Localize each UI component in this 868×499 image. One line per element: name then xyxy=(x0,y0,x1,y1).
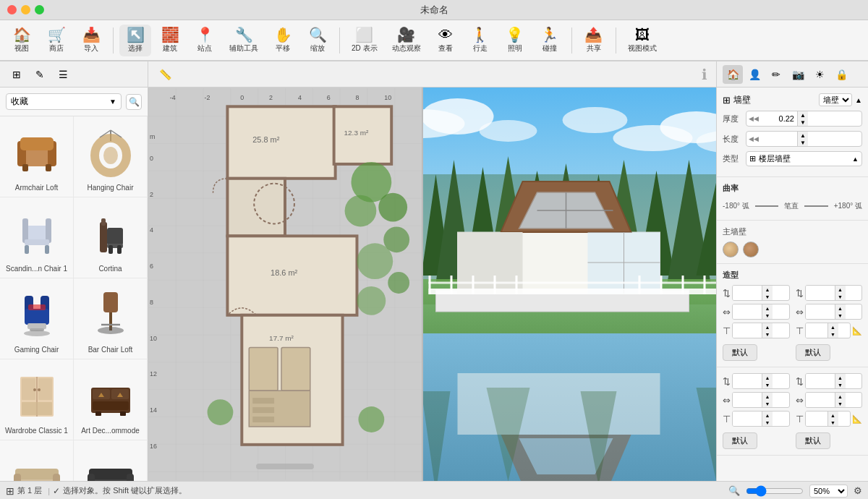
shape-down-br1-button[interactable]: ▼ xyxy=(835,381,846,388)
rp-camera-button[interactable]: 📷 xyxy=(788,65,808,84)
toolbar-share[interactable]: 📤 共享 xyxy=(578,25,610,56)
horizontal-scrollbar[interactable] xyxy=(256,464,314,469)
shape-up-b3-button[interactable]: ▲ xyxy=(762,411,773,419)
toolbar-zoom[interactable]: 🔍 缩放 xyxy=(302,25,333,56)
list-item[interactable]: Armchair Loft xyxy=(0,116,74,197)
shape-down-b3-button[interactable]: ▼ xyxy=(762,419,773,426)
list-item[interactable]: Bar Chair Loft xyxy=(74,278,148,359)
shape-up-3-button[interactable]: ▲ xyxy=(762,323,773,330)
shape-down-b2-button[interactable]: ▼ xyxy=(762,400,773,407)
toolbar-walk[interactable]: 🚶 行走 xyxy=(464,25,496,56)
color-swatch-2[interactable] xyxy=(743,242,759,257)
shape-input-r3[interactable] xyxy=(806,323,827,338)
shape-up-1-button[interactable]: ▲ xyxy=(762,286,773,293)
shape-input-1[interactable] xyxy=(733,286,762,300)
shape-down-3-button[interactable]: ▼ xyxy=(762,330,773,338)
toolbar-select[interactable]: ↖️ 选择 xyxy=(119,25,151,56)
shape-down-b1-button[interactable]: ▼ xyxy=(762,381,773,388)
list-item[interactable]: Cortina xyxy=(74,197,148,278)
shape-up-b2-button[interactable]: ▲ xyxy=(762,393,773,400)
shape-down-r2-button[interactable]: ▼ xyxy=(835,312,846,319)
toolbar-assist[interactable]: 🔧 辅助工具 xyxy=(224,25,264,56)
rp-home-button[interactable]: 🏠 xyxy=(723,65,743,84)
list-item[interactable]: Scandin...n Chair 1 xyxy=(0,197,74,278)
shape-input-r2[interactable] xyxy=(806,304,835,319)
rp-sun-button[interactable]: ☀ xyxy=(809,65,830,84)
close-button[interactable] xyxy=(7,5,17,14)
zoom-select[interactable]: 50% 100% 25% xyxy=(809,485,848,498)
toolbar-station[interactable]: 📍 站点 xyxy=(189,25,221,56)
list-item[interactable]: Sofa xyxy=(0,440,74,481)
shape-up-br2-button[interactable]: ▲ xyxy=(835,393,846,400)
toolbar-import[interactable]: 📥 导入 xyxy=(75,25,107,56)
shape-down-r1-button[interactable]: ▼ xyxy=(835,293,846,300)
3d-view-area[interactable] xyxy=(423,88,716,481)
shape-down-br3-button[interactable]: ▼ xyxy=(828,419,838,426)
shape-down-br2-button[interactable]: ▼ xyxy=(835,400,846,407)
shape-up-b1-button[interactable]: ▲ xyxy=(762,374,773,381)
statusbar-search-icon[interactable]: 🔍 xyxy=(728,485,740,496)
toolbar-look[interactable]: 👁 查看 xyxy=(430,25,461,56)
shape-up-r2-button[interactable]: ▲ xyxy=(835,304,846,312)
list-item[interactable]: Hanging Chair xyxy=(74,116,148,197)
toolbar-collide[interactable]: 🏃 碰撞 xyxy=(534,25,566,56)
zoom-slider[interactable] xyxy=(746,485,804,497)
rp-edit-button[interactable]: ✏ xyxy=(766,65,786,84)
floor-plan-area[interactable]: -4 -2 0 2 4 6 8 10 m 0 2 4 6 8 10 12 xyxy=(148,88,423,481)
shape-input-b3[interactable] xyxy=(733,411,762,426)
shape-input-3[interactable] xyxy=(733,323,762,338)
statusbar-settings-icon[interactable]: ⚙ xyxy=(854,485,862,496)
shape-up-br3-button[interactable]: ▲ xyxy=(828,411,838,419)
list-item[interactable]: Art Dec...ommode xyxy=(74,359,148,440)
svg-rect-145 xyxy=(639,276,641,294)
shape-input-b2[interactable] xyxy=(733,393,762,407)
default-button-left[interactable]: 默认 xyxy=(723,344,757,361)
rp-lock-button[interactable]: 🔒 xyxy=(831,65,851,84)
wall-type-select[interactable]: 墙壁 xyxy=(819,93,852,106)
toolbar-anim[interactable]: 🎥 动态观察 xyxy=(386,25,427,56)
thickness-down-button[interactable]: ▼ xyxy=(798,119,808,126)
shape-input-2[interactable] xyxy=(733,304,762,319)
minimize-button[interactable] xyxy=(21,5,30,14)
default-button-bl[interactable]: 默认 xyxy=(723,432,757,449)
shape-up-2-button[interactable]: ▲ xyxy=(762,304,773,312)
shape-up-r3-button[interactable]: ▲ xyxy=(828,323,838,330)
shape-down-r3-button[interactable]: ▼ xyxy=(828,330,838,338)
wall-subtype-select-group[interactable]: ⊞ 楼层墙壁 ▲ xyxy=(746,151,862,166)
ruler-button[interactable]: 📏 xyxy=(154,65,176,84)
shape-input-br1[interactable] xyxy=(806,374,835,388)
grid-view-button[interactable]: ⊞ xyxy=(6,65,27,84)
length-input[interactable] xyxy=(761,133,797,145)
toolbar-viewmode[interactable]: 🖼 视图模式 xyxy=(622,25,663,56)
collection-select[interactable]: 收藏 ▼ xyxy=(6,93,122,110)
list-item[interactable]: Gaming Chair xyxy=(0,278,74,359)
edit-button[interactable]: ✎ xyxy=(29,65,51,84)
color-swatch-1[interactable] xyxy=(723,242,739,257)
shape-up-r1-button[interactable]: ▲ xyxy=(835,286,846,293)
toolbar-move[interactable]: ✋ 平移 xyxy=(267,25,299,56)
list-view-button[interactable]: ☰ xyxy=(52,65,74,84)
toolbar-2d[interactable]: ⬜ 2D 表示 xyxy=(346,25,383,56)
maximize-button[interactable] xyxy=(35,5,44,14)
toolbar-view[interactable]: 🏠 视图 xyxy=(6,25,38,56)
shape-input-br3[interactable] xyxy=(806,411,827,426)
thickness-input[interactable] xyxy=(761,113,797,124)
toolbar-light[interactable]: 💡 照明 xyxy=(499,25,531,56)
length-up-button[interactable]: ▲ xyxy=(798,132,808,139)
thickness-up-button[interactable]: ▲ xyxy=(798,111,808,119)
shape-down-1-button[interactable]: ▼ xyxy=(762,293,773,300)
toolbar-build[interactable]: 🧱 建筑 xyxy=(154,25,186,56)
length-down-button[interactable]: ▼ xyxy=(798,139,808,146)
toolbar-shop[interactable]: 🛒 商店 xyxy=(41,25,72,56)
shape-up-br1-button[interactable]: ▲ xyxy=(835,374,846,381)
default-button-right[interactable]: 默认 xyxy=(796,344,830,361)
shape-input-br2[interactable] xyxy=(806,393,835,407)
list-item[interactable]: Dark Sofa xyxy=(74,440,148,481)
shape-input-b1[interactable] xyxy=(733,374,762,388)
search-button[interactable]: 🔍 xyxy=(126,94,142,110)
shape-down-2-button[interactable]: ▼ xyxy=(762,312,773,319)
default-button-br[interactable]: 默认 xyxy=(796,432,830,449)
list-item[interactable]: Wardrobe Classic 1 xyxy=(0,359,74,440)
shape-input-r1[interactable] xyxy=(806,286,835,300)
rp-person-button[interactable]: 👤 xyxy=(744,65,765,84)
